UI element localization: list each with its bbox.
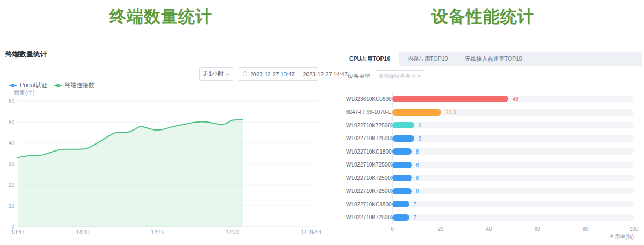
device-name-label: WL022710KC18000280 <box>346 149 390 155</box>
device-performance-heading: 设备性能统计 <box>322 5 644 28</box>
date-range-picker[interactable]: 2023-12-27 13:47 - 2023-12-27 14:47 <box>238 67 318 81</box>
bar-track: 48 <box>392 96 634 102</box>
bar-value-label: 8 <box>416 149 419 155</box>
svg-text:0: 0 <box>11 224 14 230</box>
bar-track: 8 <box>392 162 634 168</box>
date-range-separator: - <box>297 71 301 77</box>
time-range-select[interactable]: 近1小时 <box>199 67 233 81</box>
bar-axis-tick: 40 <box>486 226 492 232</box>
tab-ap-rate-top10[interactable]: 无线接入点速率TOP10 <box>456 52 531 66</box>
date-range-start: 2023-12-27 13:47 <box>250 71 295 77</box>
tab-memory-top10[interactable]: 内存占用TOP10 <box>399 52 456 66</box>
performance-tabs: CPU占用TOP10 内存占用TOP10 无线接入点速率TOP10 <box>341 52 642 66</box>
device-type-label: 设备类型 <box>348 73 370 80</box>
bar-row: WL022710K725000102 9 <box>346 119 634 132</box>
svg-text:14:15: 14:15 <box>151 229 164 235</box>
device-name-label: WL022710K725000409 <box>346 135 390 141</box>
device-name-label: WL022710K725000272 <box>346 162 390 168</box>
device-type-row: 设备类型 请选择设备类型 <box>348 70 425 82</box>
bar-row: WL022710K725000272 8 <box>346 158 634 172</box>
bar-axis-tick: 0 <box>391 226 394 232</box>
bar-track: 9 <box>392 122 634 128</box>
bar-row: WL023610KC06000043 48 <box>346 92 634 106</box>
device-name-label: WL022710K725000369 <box>346 188 390 194</box>
terminal-chart-title: 终端数量统计 <box>5 49 47 59</box>
bar-value-label: 8 <box>416 175 419 181</box>
bar-value-label: 20.3 <box>445 109 456 115</box>
terminal-count-heading: 终端数量统计 <box>0 5 322 28</box>
bar-chart-x-axis-label: 占用率(%) <box>609 233 634 241</box>
terminal-count-line-chart: 数量(个)010203040506013:4714:0014:1514:3014… <box>0 86 322 242</box>
bar-axis-tick: 100 <box>630 226 639 232</box>
svg-text:14:47: 14:47 <box>311 229 322 235</box>
svg-text:50: 50 <box>9 119 15 125</box>
svg-text:20: 20 <box>9 182 15 188</box>
bar-row: 6047-FF96-1070-EF0A 20.3 <box>346 106 634 119</box>
bar-value-label: 48 <box>513 96 518 102</box>
dashboard: 终端数量统计 终端数量统计 近1小时 2023-12-27 13:47 - 20… <box>0 0 644 245</box>
svg-text:30: 30 <box>9 161 15 167</box>
bar-row: WL022710K725000470 7 <box>346 211 634 225</box>
bar-track: 7 <box>392 201 634 207</box>
device-type-placeholder: 请选择设备类型 <box>378 73 416 80</box>
bar-axis-tick: 60 <box>534 226 540 232</box>
device-type-select[interactable]: 请选择设备类型 <box>375 70 425 82</box>
bar-fill[interactable] <box>392 175 412 181</box>
bar-row: WL022710K725000369 8 <box>346 185 634 198</box>
time-range-value: 近1小时 <box>203 70 224 78</box>
svg-text:数量(个): 数量(个) <box>14 89 35 96</box>
bar-row: WL022710K725000409 9 <box>346 132 634 146</box>
bar-fill[interactable] <box>392 96 508 102</box>
bar-axis-tick: 80 <box>582 226 588 232</box>
cpu-top10-bar-chart: WL023610KC06000043 48 6047-FF96-1070-EF0… <box>346 92 634 234</box>
bar-fill[interactable] <box>392 201 409 207</box>
svg-text:10: 10 <box>9 203 15 209</box>
chevron-down-icon <box>225 72 230 76</box>
bar-fill[interactable] <box>392 162 412 168</box>
bar-track: 8 <box>392 148 634 155</box>
svg-text:14:00: 14:00 <box>76 229 90 235</box>
bar-axis-tick: 20 <box>437 226 443 232</box>
tab-cpu-top10[interactable]: CPU占用TOP10 <box>341 52 399 66</box>
bar-value-label: 9 <box>419 135 422 141</box>
bar-chart-x-axis: 020406080100 <box>392 226 634 234</box>
bar-track: 8 <box>392 175 634 181</box>
svg-text:14:30: 14:30 <box>226 229 239 235</box>
bar-track: 20.3 <box>392 109 634 116</box>
device-name-label: WL022710K725000307 <box>346 175 390 181</box>
bar-fill[interactable] <box>392 214 409 221</box>
bar-fill[interactable] <box>392 188 412 194</box>
bar-track: 9 <box>392 135 634 142</box>
bar-value-label: 8 <box>416 162 419 168</box>
device-name-label: 6047-FF96-1070-EF0A <box>346 109 390 115</box>
bar-value-label: 7 <box>414 214 417 220</box>
bar-fill[interactable] <box>392 148 412 155</box>
svg-text:13:47: 13:47 <box>11 229 24 235</box>
bar-row: WL022710KC18000372 7 <box>346 198 634 211</box>
device-name-label: WL022710K725000470 <box>346 214 390 220</box>
bar-fill[interactable] <box>392 109 441 116</box>
bar-row: WL022710K725000307 8 <box>346 171 634 185</box>
device-name-label: WL022710K725000102 <box>346 122 390 128</box>
bar-fill[interactable] <box>392 135 414 142</box>
bar-value-label: 7 <box>414 201 417 207</box>
bar-track: 7 <box>392 214 634 221</box>
chevron-down-icon <box>417 74 421 78</box>
date-range-end: 2023-12-27 14:47 <box>303 71 348 77</box>
svg-text:60: 60 <box>9 98 15 104</box>
svg-text:40: 40 <box>9 140 15 146</box>
bar-row: WL022710KC18000280 8 <box>346 145 634 158</box>
device-name-label: WL023610KC06000043 <box>346 96 390 102</box>
device-name-label: WL022710KC18000372 <box>346 201 390 207</box>
bar-track: 8 <box>392 188 634 194</box>
clock-icon <box>242 71 248 77</box>
bar-fill[interactable] <box>392 122 414 128</box>
bar-value-label: 8 <box>416 188 419 194</box>
bar-value-label: 9 <box>419 122 422 128</box>
